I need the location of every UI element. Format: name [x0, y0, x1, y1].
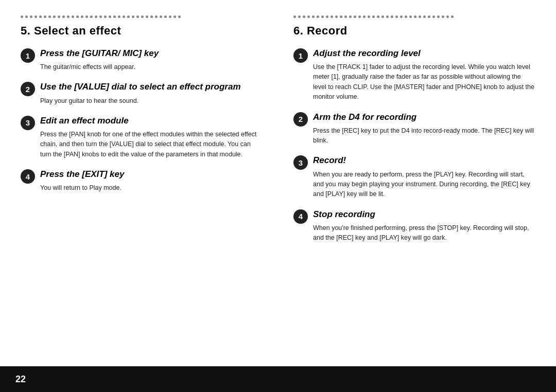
dot-decoration [72, 15, 74, 18]
right-section-title: 6. Record [293, 24, 535, 38]
dot-decoration [160, 15, 162, 18]
step-number: 2 [21, 82, 35, 96]
dot-decoration [344, 15, 347, 18]
dot-decoration [386, 15, 389, 18]
step-item: 1Adjust the recording levelUse the [TRAC… [293, 48, 535, 102]
dot-decoration [298, 15, 301, 18]
dot-decoration [317, 15, 319, 18]
dot-decoration [132, 15, 134, 18]
dot-decoration [312, 15, 315, 18]
right-column: 6. Record 1Adjust the recording levelUse… [278, 15, 535, 356]
dot-decoration [349, 15, 352, 18]
step-content: Stop recordingWhen you're finished perfo… [313, 209, 535, 243]
dot-decoration [113, 15, 116, 18]
dot-decoration [81, 15, 83, 18]
dot-decoration [34, 15, 37, 18]
dot-decoration [146, 15, 148, 18]
dot-decoration [321, 15, 324, 18]
dot-decoration [109, 15, 111, 18]
dot-decoration [155, 15, 158, 18]
dot-decoration [95, 15, 97, 18]
left-dots-separator [21, 15, 263, 18]
dot-decoration [62, 15, 65, 18]
step-item: 3Edit an effect modulePress the [PAN] kn… [21, 115, 263, 159]
step-number: 1 [293, 48, 308, 63]
dot-decoration [53, 15, 56, 18]
step-title: Arm the D4 for recording [313, 112, 535, 123]
dot-decoration [354, 15, 356, 18]
step-item: 4Stop recordingWhen you're finished perf… [293, 209, 535, 243]
dot-decoration [173, 15, 176, 18]
step-item: 1Press the [GUITAR/ MIC] keyThe guitar/m… [21, 48, 263, 72]
dot-decoration [164, 15, 167, 18]
step-description: Use the [TRACK 1] fader to adjust the re… [313, 62, 535, 102]
step-title: Adjust the recording level [313, 48, 535, 59]
step-title: Press the [GUITAR/ MIC] key [40, 48, 263, 59]
dot-decoration [372, 15, 375, 18]
step-content: Arm the D4 for recordingPress the [REC] … [313, 112, 535, 146]
step-description: Play your guitar to hear the sound. [40, 96, 263, 106]
step-title: Press the [EXIT] key [40, 169, 263, 180]
step-item: 4Press the [EXIT] keyYou will return to … [21, 169, 263, 193]
step-title: Edit an effect module [40, 115, 263, 127]
dot-decoration [99, 15, 102, 18]
dot-decoration [58, 15, 60, 18]
step-number: 4 [293, 209, 308, 224]
dot-decoration [44, 15, 46, 18]
dot-decoration [428, 15, 430, 18]
step-item: 3Record!When you are ready to perform, p… [293, 155, 535, 199]
step-description: The guitar/mic effects will appear. [40, 62, 263, 72]
dot-decoration [326, 15, 328, 18]
dot-decoration [150, 15, 153, 18]
dot-decoration [368, 15, 370, 18]
right-dots-separator [293, 15, 535, 18]
dot-decoration [409, 15, 412, 18]
dot-decoration [39, 15, 42, 18]
dot-decoration [141, 15, 144, 18]
dot-decoration [67, 15, 70, 18]
step-number: 3 [21, 116, 35, 130]
step-content: Adjust the recording levelUse the [TRACK… [313, 48, 535, 102]
step-title: Use the [VALUE] dial to select an effect… [40, 81, 263, 93]
dot-decoration [395, 15, 398, 18]
step-number: 2 [293, 112, 308, 127]
dot-decoration [335, 15, 338, 18]
dot-decoration [303, 15, 305, 18]
page-number: 22 [15, 374, 26, 385]
footer-bar: 22 [0, 366, 556, 392]
dot-decoration [442, 15, 444, 18]
step-content: Press the [GUITAR/ MIC] keyThe guitar/mi… [40, 48, 263, 72]
dot-decoration [377, 15, 379, 18]
step-content: Press the [EXIT] keyYou will return to P… [40, 169, 263, 193]
dot-decoration [104, 15, 107, 18]
dot-decoration [30, 15, 32, 18]
left-column: 5. Select an effect 1Press the [GUITAR/ … [21, 15, 278, 356]
dot-decoration [381, 15, 384, 18]
dot-decoration [21, 15, 23, 18]
step-content: Record!When you are ready to perform, pr… [313, 155, 535, 199]
dot-decoration [391, 15, 393, 18]
step-number: 4 [21, 169, 35, 184]
left-section-title: 5. Select an effect [21, 24, 263, 38]
step-description: When you're finished performing, press t… [313, 223, 535, 243]
dot-decoration [340, 15, 342, 18]
dot-decoration [85, 15, 88, 18]
dot-decoration [446, 15, 449, 18]
dot-decoration [363, 15, 366, 18]
dot-decoration [90, 15, 93, 18]
dot-decoration [331, 15, 333, 18]
step-title: Stop recording [313, 209, 535, 220]
dot-decoration [405, 15, 407, 18]
dot-decoration [414, 15, 416, 18]
step-description: You will return to Play mode. [40, 183, 263, 193]
dot-decoration [127, 15, 130, 18]
step-description: Press the [REC] key to put the D4 into r… [313, 126, 535, 146]
dot-decoration [358, 15, 361, 18]
step-item: 2Arm the D4 for recordingPress the [REC]… [293, 112, 535, 146]
step-title: Record! [313, 155, 535, 166]
dot-decoration [25, 15, 28, 18]
dot-decoration [123, 15, 125, 18]
dot-decoration [169, 15, 171, 18]
dot-decoration [178, 15, 181, 18]
dot-decoration [400, 15, 403, 18]
